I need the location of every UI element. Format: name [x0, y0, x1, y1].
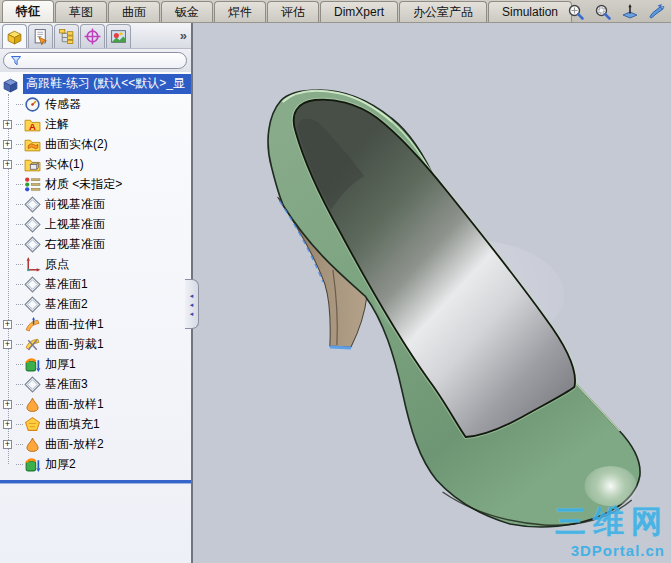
- expand-toggle[interactable]: +: [3, 320, 12, 329]
- tree-item-label: 材质 <未指定>: [45, 176, 122, 193]
- tree-item-label: 曲面-放样1: [45, 396, 104, 413]
- tree-item[interactable]: + 加厚2: [0, 454, 191, 474]
- tree-filter-row: [0, 49, 191, 72]
- displaymanager-tab[interactable]: [106, 24, 131, 48]
- tree-item-label: 曲面-剪裁1: [45, 336, 104, 353]
- part-icon: [2, 76, 19, 93]
- tree-item[interactable]: + 曲面-剪裁1: [0, 334, 191, 354]
- tree-item-label: 上视基准面: [45, 216, 105, 233]
- ribbon-tab[interactable]: 特征: [2, 0, 54, 22]
- feature-icon: [24, 396, 41, 413]
- ribbon-tab-label: 焊件: [228, 4, 252, 21]
- tree-item-label: 曲面实体(2): [45, 136, 108, 153]
- view-toolbar: [565, 1, 668, 22]
- ribbon-tab[interactable]: Simulation: [488, 1, 572, 22]
- ribbon-tabs: 特征 草图 曲面 钣金 焊件 评估 DimXpert 办公室产品 Simulat…: [0, 0, 573, 22]
- tree-item[interactable]: + 原点: [0, 254, 191, 274]
- ribbon-tab[interactable]: 草图: [55, 1, 107, 22]
- ribbon-tab[interactable]: 评估: [267, 1, 319, 22]
- tree-item-label: 实体(1): [45, 156, 84, 173]
- tree-item-label: 加厚2: [45, 456, 76, 473]
- tree-item[interactable]: + 实体(1): [0, 154, 191, 174]
- tree-item-label: 注解: [45, 116, 69, 133]
- feature-tree: 高跟鞋-练习 (默认<<默认>_显 + 传感器 + 注解: [0, 72, 191, 563]
- viewport-canvas[interactable]: 三维网 3DPortal.cn: [193, 23, 671, 563]
- feature-icon: [24, 416, 41, 433]
- tree-item-label: 传感器: [45, 96, 81, 113]
- ribbon-tab-label: 曲面: [122, 4, 146, 21]
- expand-toggle[interactable]: +: [3, 160, 12, 169]
- tree-item[interactable]: + 右视基准面: [0, 234, 191, 254]
- ribbon-tab-label: 特征: [16, 3, 40, 20]
- zoom-area-icon[interactable]: [592, 1, 614, 22]
- tree-item[interactable]: + 曲面-拉伸1: [0, 314, 191, 334]
- tree-item-label: 原点: [45, 256, 69, 273]
- propertymanager-tab[interactable]: [28, 24, 53, 48]
- dimxpertmanager-tab[interactable]: [80, 24, 105, 48]
- expand-toggle[interactable]: +: [3, 340, 12, 349]
- tree-filter-input[interactable]: [22, 54, 180, 67]
- feature-manager-panel: » 高跟鞋-练习 (默认<<默认>_显 +: [0, 23, 193, 563]
- tree-item[interactable]: + 基准面2: [0, 294, 191, 314]
- zoom-crosshair-icon[interactable]: [565, 1, 587, 22]
- ribbon-tab[interactable]: 焊件: [214, 1, 266, 22]
- ribbon-tab-label: DimXpert: [334, 5, 384, 19]
- ribbon-tab-label: 评估: [281, 4, 305, 21]
- feature-icon: [24, 296, 41, 313]
- tree-item[interactable]: + 曲面-放样2: [0, 434, 191, 454]
- tree-item-label: 曲面填充1: [45, 416, 100, 433]
- feature-icon: [24, 116, 41, 133]
- expand-toggle[interactable]: +: [3, 400, 12, 409]
- watermark-logo: 三维网: [555, 501, 669, 543]
- ribbon-tab[interactable]: 办公室产品: [399, 1, 487, 22]
- feature-icon: [24, 276, 41, 293]
- tree-root-item[interactable]: 高跟鞋-练习 (默认<<默认>_显: [0, 74, 191, 94]
- expand-toggle[interactable]: +: [3, 420, 12, 429]
- panel-collapse-handle[interactable]: ◂ ◂ ◂: [185, 279, 199, 329]
- tree-item-label: 加厚1: [45, 356, 76, 373]
- tree-item[interactable]: + 加厚1: [0, 354, 191, 374]
- tree-item[interactable]: + 曲面-放样1: [0, 394, 191, 414]
- ribbon-tab-label: Simulation: [502, 5, 558, 19]
- heel-tip-edge: [330, 347, 351, 348]
- manager-overflow-chevron[interactable]: »: [180, 28, 185, 43]
- expand-toggle[interactable]: +: [3, 120, 12, 129]
- tree-root-label: 高跟鞋-练习 (默认<<默认>_显: [23, 74, 191, 94]
- feature-icon: [24, 316, 41, 333]
- feature-icon: [24, 156, 41, 173]
- tree-item[interactable]: + 材质 <未指定>: [0, 174, 191, 194]
- configurationmanager-tab[interactable]: [54, 24, 79, 48]
- filter-funnel-icon: [10, 55, 22, 67]
- tree-item[interactable]: + 曲面填充1: [0, 414, 191, 434]
- ribbon-tab-label: 钣金: [175, 4, 199, 21]
- tree-item[interactable]: + 基准面1: [0, 274, 191, 294]
- ribbon-tab[interactable]: 钣金: [161, 1, 213, 22]
- normal-to-icon[interactable]: [619, 1, 641, 22]
- feature-icon: [24, 336, 41, 353]
- watermark-site: 3DPortal.cn: [571, 542, 665, 559]
- tree-item[interactable]: + 传感器: [0, 94, 191, 114]
- appearance-icon[interactable]: [646, 1, 668, 22]
- expand-toggle[interactable]: +: [3, 440, 12, 449]
- tree-item-label: 曲面-放样2: [45, 436, 104, 453]
- feature-icon: [24, 236, 41, 253]
- ribbon-tab[interactable]: DimXpert: [320, 1, 398, 22]
- solidworks-window: 特征 草图 曲面 钣金 焊件 评估 DimXpert 办公室产品 Simulat…: [0, 0, 671, 563]
- ribbon-tab-label: 办公室产品: [413, 4, 473, 21]
- tree-item-label: 基准面3: [45, 376, 88, 393]
- tree-item[interactable]: + 基准面3: [0, 374, 191, 394]
- feature-icon: [24, 196, 41, 213]
- featuremanager-tree-tab[interactable]: [2, 24, 27, 48]
- expand-toggle[interactable]: +: [3, 140, 12, 149]
- tree-filter-box[interactable]: [3, 52, 187, 69]
- tree-item[interactable]: + 上视基准面: [0, 214, 191, 234]
- ribbon-tab[interactable]: 曲面: [108, 1, 160, 22]
- tree-item-label: 曲面-拉伸1: [45, 316, 104, 333]
- tree-item[interactable]: + 注解: [0, 114, 191, 134]
- tree-item[interactable]: + 曲面实体(2): [0, 134, 191, 154]
- feature-icon: [24, 96, 41, 113]
- feature-icon: [24, 356, 41, 373]
- tree-item[interactable]: + 前视基准面: [0, 194, 191, 214]
- feature-icon: [24, 376, 41, 393]
- rollback-bar[interactable]: [0, 480, 191, 483]
